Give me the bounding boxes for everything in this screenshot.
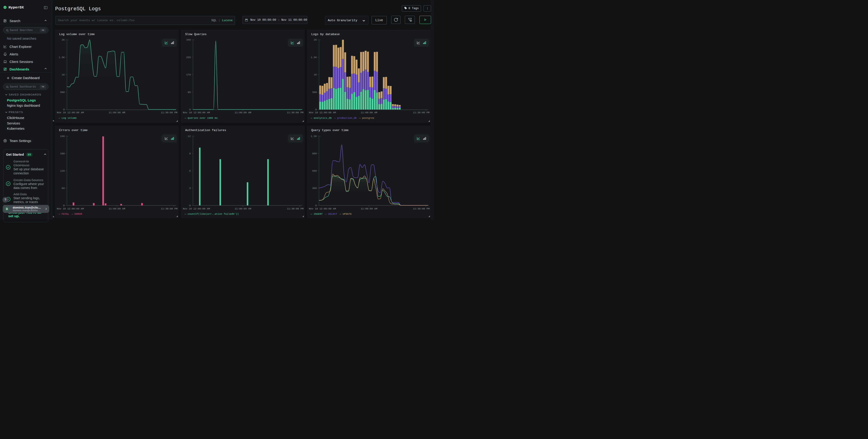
- svg-text:11:30:00 PM: 11:30:00 PM: [413, 207, 430, 210]
- svg-text:0: 0: [315, 108, 317, 111]
- svg-text:Nov 10 12:00:00 AM: Nov 10 12:00:00 AM: [183, 207, 210, 210]
- svg-text:11:30:00 PM: 11:30:00 PM: [287, 111, 303, 114]
- svg-text:180: 180: [60, 152, 65, 155]
- svg-text:Nov 10 12:00:00 AM: Nov 10 12:00:00 AM: [183, 111, 210, 114]
- svg-text:1.5K: 1.5K: [311, 56, 317, 59]
- svg-text:—: —: [310, 117, 312, 120]
- svg-text:11:00:00 AM: 11:00:00 AM: [235, 111, 251, 114]
- svg-text:600: 600: [312, 169, 317, 172]
- svg-text:340: 340: [186, 38, 191, 41]
- svg-text:500: 500: [60, 91, 65, 94]
- svg-text:countIf(like(arr..ation failed: countIf(like(arr..ation failed%')): [188, 213, 239, 215]
- svg-text:UPDATE: UPDATE: [343, 213, 352, 215]
- svg-text:9: 9: [189, 152, 191, 155]
- svg-text:SELECT: SELECT: [328, 213, 337, 215]
- svg-text:11:30:00 PM: 11:30:00 PM: [161, 111, 177, 114]
- svg-text:1.2K: 1.2K: [311, 135, 317, 137]
- svg-text:11:00:00 AM: 11:00:00 AM: [361, 111, 377, 114]
- svg-text:—: —: [184, 117, 186, 120]
- svg-text:1K: 1K: [62, 73, 65, 76]
- svg-text:2K: 2K: [62, 38, 65, 41]
- svg-text:11:00:00 AM: 11:00:00 AM: [361, 207, 377, 210]
- svg-text:Nov 10 12:00:00 AM: Nov 10 12:00:00 AM: [57, 111, 84, 114]
- svg-text:12: 12: [188, 135, 191, 137]
- svg-text:3: 3: [189, 187, 191, 189]
- svg-text:—: —: [71, 213, 73, 215]
- svg-text:6: 6: [189, 169, 191, 172]
- svg-text:production_db: production_db: [337, 117, 357, 120]
- svg-text:300: 300: [312, 187, 317, 189]
- svg-text:0: 0: [189, 108, 191, 111]
- svg-text:—: —: [310, 213, 312, 215]
- svg-text:postgres: postgres: [362, 117, 374, 120]
- svg-text:Log volume: Log volume: [62, 117, 76, 120]
- svg-text:170: 170: [186, 73, 191, 76]
- svg-text:11:30:00 PM: 11:30:00 PM: [413, 111, 429, 114]
- svg-text:Nov 10 12:00:00 AM: Nov 10 12:00:00 AM: [57, 207, 84, 210]
- svg-text:11:00:00 AM: 11:00:00 AM: [109, 111, 125, 114]
- svg-text:2K: 2K: [314, 38, 317, 41]
- svg-text:—: —: [58, 117, 60, 120]
- svg-text:ERROR: ERROR: [74, 213, 82, 215]
- svg-text:120: 120: [60, 169, 65, 172]
- svg-text:—: —: [339, 213, 341, 215]
- svg-text:11:30:00 PM: 11:30:00 PM: [161, 207, 178, 210]
- svg-text:—: —: [184, 213, 186, 215]
- svg-text:FATAL: FATAL: [62, 213, 69, 215]
- svg-text:—: —: [359, 117, 361, 120]
- svg-text:11:00:00 AM: 11:00:00 AM: [109, 207, 125, 210]
- svg-text:500: 500: [312, 91, 317, 94]
- svg-text:0: 0: [63, 204, 65, 207]
- svg-text:255: 255: [186, 56, 191, 59]
- svg-text:—: —: [325, 213, 327, 215]
- svg-text:Nov 10 12:00:00 AM: Nov 10 12:00:00 AM: [309, 111, 336, 114]
- svg-text:—: —: [58, 213, 60, 215]
- svg-text:0: 0: [315, 204, 317, 207]
- svg-text:analytics_db: analytics_db: [314, 117, 332, 120]
- svg-text:1K: 1K: [314, 73, 317, 76]
- svg-text:85: 85: [188, 91, 191, 94]
- svg-text:240: 240: [60, 135, 65, 137]
- svg-text:Queries over 1000 ms: Queries over 1000 ms: [188, 117, 218, 120]
- svg-text:60: 60: [62, 187, 64, 189]
- svg-text:—: —: [334, 117, 336, 120]
- svg-text:900: 900: [312, 152, 317, 155]
- svg-text:0: 0: [63, 108, 65, 111]
- svg-text:11:00:00 AM: 11:00:00 AM: [235, 207, 251, 210]
- svg-text:1.5K: 1.5K: [59, 56, 65, 59]
- svg-text:INSERT: INSERT: [314, 213, 323, 215]
- svg-text:11:30:00 PM: 11:30:00 PM: [287, 207, 304, 210]
- svg-text:0: 0: [189, 204, 191, 207]
- svg-text:Nov 10 12:00:00 AM: Nov 10 12:00:00 AM: [309, 207, 336, 210]
